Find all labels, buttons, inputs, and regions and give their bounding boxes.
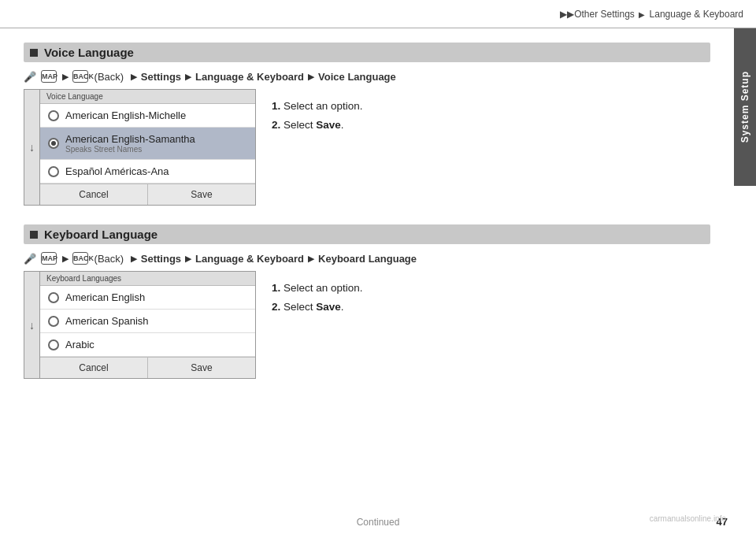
- nav-voice-lang-1: Voice Language: [318, 71, 396, 83]
- instruction-1-1: 1. Select an option.: [272, 97, 363, 116]
- voice-language-screen: Voice Language American English-Michelle…: [39, 89, 256, 206]
- main-content: Voice Language 🎤 MAP ▶ BACK (Back) ▶ Set…: [0, 28, 734, 510]
- radio-2[interactable]: [48, 138, 59, 149]
- voice-language-nav: 🎤 MAP ▶ BACK (Back) ▶ Settings ▶ Languag…: [24, 70, 710, 83]
- voice-language-body: ↓ Voice Language American English-Michel…: [24, 89, 710, 206]
- num-2-1: 1.: [272, 282, 280, 294]
- keyboard-item-1[interactable]: American English: [40, 286, 255, 310]
- save-word-1: Save: [316, 119, 341, 131]
- voice-language-title: Voice Language: [44, 46, 134, 59]
- cancel-button-1[interactable]: Cancel: [40, 184, 148, 205]
- radio-3[interactable]: [48, 166, 59, 177]
- keyboard-item-3-label: Arabic: [65, 339, 94, 350]
- voice-item-2-label: American English-Samantha: [65, 133, 195, 145]
- nav-arrow-1c: ▶: [185, 72, 191, 82]
- scroll-arrow-2[interactable]: ↓: [24, 271, 39, 379]
- voice-item-2[interactable]: American English-Samantha Speaks Street …: [40, 128, 255, 160]
- keyboard-language-instructions: 1. Select an option. 2. Select Save.: [272, 271, 363, 379]
- voice-item-3[interactable]: Español Américas-Ana: [40, 160, 255, 184]
- screen2-buttons: Cancel Save: [40, 357, 255, 378]
- voice-language-screen-wrapper: ↓ Voice Language American English-Michel…: [24, 89, 256, 206]
- keyboard-language-screen: Keyboard Languages American English Amer…: [39, 271, 256, 379]
- sidebar-tab-label: System Setup: [739, 71, 750, 143]
- header-square-1: [30, 49, 38, 57]
- voice-language-instructions: 1. Select an option. 2. Select Save.: [272, 89, 363, 206]
- nav-settings-1: Settings: [141, 71, 181, 83]
- nav-arrow-2d: ▶: [308, 254, 314, 264]
- num-1-2: 2.: [272, 119, 280, 131]
- nav-lang-keyboard-1: Language & Keyboard: [195, 71, 304, 83]
- mic-icon-1: 🎤: [24, 71, 36, 83]
- keyboard-language-body: ↓ Keyboard Languages American English Am…: [24, 271, 710, 379]
- save-button-2[interactable]: Save: [148, 358, 255, 378]
- back-text-2: (Back): [91, 253, 127, 265]
- nav-keyboard-lang-2: Keyboard Language: [318, 253, 417, 265]
- instruction-1-2: 2. Select Save.: [272, 116, 363, 135]
- keyboard-language-title: Keyboard Language: [44, 228, 158, 241]
- keyboard-language-nav: 🎤 MAP ▶ BACK (Back) ▶ Settings ▶ Languag…: [24, 252, 710, 265]
- watermark-text: carmanualsonline.info: [650, 514, 726, 523]
- nav-lang-keyboard-2: Language & Keyboard: [195, 253, 304, 265]
- keyboard-item-3[interactable]: Arabic: [40, 333, 255, 357]
- keyboard-language-header: Keyboard Language: [24, 224, 710, 244]
- watermark-area: carmanualsonline.info: [576, 502, 734, 534]
- screen2-content: American English American Spanish Arabic: [40, 286, 255, 357]
- voice-item-1-label: American English-Michelle: [65, 109, 186, 121]
- radio-kb-1[interactable]: [48, 292, 59, 303]
- header-square-2: [30, 231, 38, 239]
- num-1-1: 1.: [272, 100, 280, 112]
- radio-kb-3[interactable]: [48, 339, 59, 350]
- screen2-title-bar: Keyboard Languages: [40, 272, 255, 286]
- nav-arrow-1a: ▶: [62, 72, 69, 82]
- voice-language-header: Voice Language: [24, 43, 710, 62]
- radio-1[interactable]: [48, 110, 59, 121]
- cancel-button-2[interactable]: Cancel: [40, 358, 148, 378]
- sidebar-tab: System Setup: [734, 28, 756, 186]
- breadcrumb-language-keyboard: Language & Keyboard: [650, 9, 743, 20]
- nav-arrow-2b: ▶: [131, 254, 137, 264]
- save-button-1[interactable]: Save: [148, 184, 255, 205]
- keyboard-item-2-label: American Spanish: [65, 315, 149, 327]
- keyboard-language-screen-wrapper: ↓ Keyboard Languages American English Am…: [24, 271, 256, 379]
- back-icon-2: BACK: [72, 252, 88, 265]
- instruction-2-1: 1. Select an option.: [272, 279, 363, 298]
- num-2-2: 2.: [272, 301, 280, 313]
- screen1-buttons: Cancel Save: [40, 184, 255, 205]
- map-icon-2: MAP: [41, 252, 57, 265]
- mic-icon-2: 🎤: [24, 253, 36, 265]
- voice-item-1[interactable]: American English-Michelle: [40, 104, 255, 128]
- radio-kb-2[interactable]: [48, 316, 59, 327]
- voice-item-3-label: Español Américas-Ana: [65, 165, 169, 177]
- voice-item-2-sub: Speaks Street Names: [65, 145, 195, 154]
- nav-arrow-2c: ▶: [185, 254, 191, 264]
- breadcrumb-arrow1: ▶: [639, 10, 645, 19]
- screen1-content: American English-Michelle American Engli…: [40, 104, 255, 184]
- breadcrumb-text: ▶▶Other Settings ▶ Language & Keyboard: [560, 9, 743, 20]
- footer-continued: Continued: [357, 517, 400, 528]
- breadcrumb-bar: ▶▶Other Settings ▶ Language & Keyboard: [0, 0, 756, 28]
- scroll-arrow-1[interactable]: ↓: [24, 89, 39, 206]
- map-icon-1: MAP: [41, 70, 57, 83]
- voice-item-2-inner: American English-Samantha Speaks Street …: [65, 133, 195, 154]
- save-word-2: Save: [316, 301, 341, 313]
- screen1-title-bar: Voice Language: [40, 90, 255, 104]
- keyboard-item-2[interactable]: American Spanish: [40, 310, 255, 333]
- back-icon-1: BACK: [72, 70, 88, 83]
- nav-arrow-1b: ▶: [131, 72, 137, 82]
- instruction-2-2: 2. Select Save.: [272, 298, 363, 317]
- nav-arrow-1d: ▶: [308, 72, 314, 82]
- back-text-1: (Back): [91, 71, 127, 83]
- breadcrumb-other-settings: ▶▶Other Settings: [560, 9, 635, 20]
- nav-arrow-2a: ▶: [62, 254, 69, 264]
- nav-settings-2: Settings: [141, 253, 181, 265]
- keyboard-item-1-label: American English: [65, 291, 145, 303]
